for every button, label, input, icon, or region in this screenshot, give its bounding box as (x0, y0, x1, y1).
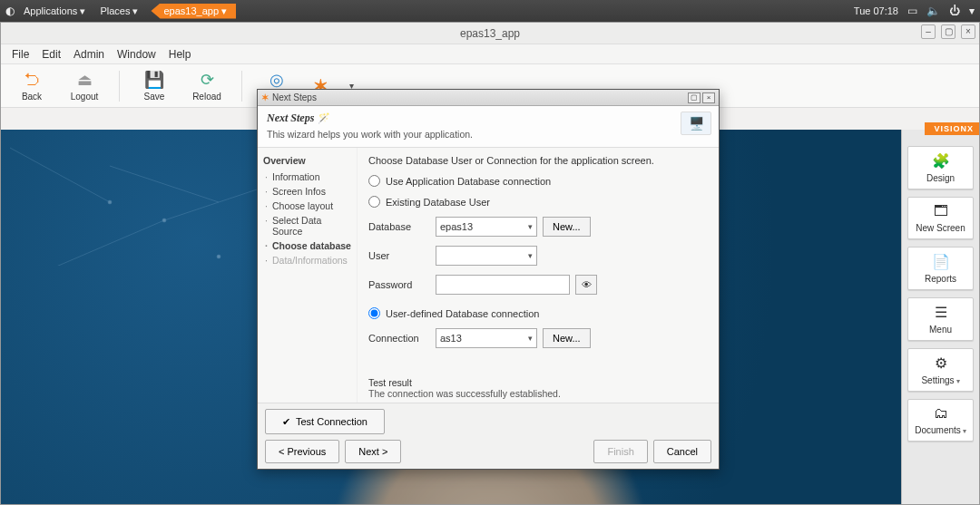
user-combo[interactable]: ▾ (436, 246, 537, 266)
toolbar-save-label: Save (144, 92, 165, 102)
side-panel: VISIONX 🧩 Design 🗔 New Screen 📄 Reports … (901, 130, 979, 504)
test-result-message: The connection was successfully establis… (368, 388, 708, 399)
app-menubar: File Edit Admin Window Help (1, 44, 979, 64)
menu-window[interactable]: Window (112, 46, 162, 63)
wizard-step-information[interactable]: Information (267, 170, 351, 184)
user-menu-caret[interactable]: ▾ (969, 5, 975, 17)
os-top-bar: ◐ Applications ▾ Places ▾ epas13_app ▾ T… (0, 0, 980, 22)
side-newscreen-label: New Screen (916, 223, 965, 233)
test-result-label: Test result (368, 377, 708, 388)
toolbar-back-button[interactable]: ⮌ Back (14, 71, 50, 102)
menu-admin[interactable]: Admin (68, 46, 110, 63)
menu-edit[interactable]: Edit (36, 46, 66, 63)
menu-help[interactable]: Help (163, 46, 197, 63)
os-clock: Tue 07:18 (854, 5, 898, 16)
wizard-step-select-ds[interactable]: Select Data Source (267, 213, 351, 238)
taskbar-app-tab[interactable]: epas13_app ▾ (151, 4, 236, 19)
radio-use-app-db-label: Use Application Database connection (386, 176, 551, 187)
side-design-button[interactable]: 🧩 Design (907, 146, 974, 189)
label-user: User (368, 250, 430, 261)
new-database-button[interactable]: New... (543, 217, 591, 237)
radio-existing-user[interactable] (368, 196, 380, 208)
wizard-close-button[interactable]: × (702, 92, 715, 103)
side-menu-button[interactable]: ☰ Menu (907, 297, 974, 341)
settings-icon: ⚙ (935, 354, 947, 372)
preview-icon: ◎ (270, 70, 284, 90)
network-graphic (1, 130, 273, 266)
svg-point-11 (162, 219, 166, 222)
design-icon: 🧩 (932, 152, 950, 170)
next-button[interactable]: Next > (345, 440, 401, 463)
wizard-content: Choose Database User or Connection for t… (358, 148, 719, 403)
wizard-step-choose-db[interactable]: Choose database (267, 238, 351, 253)
side-documents-label: Documents (915, 425, 961, 435)
radio-userdef-connection[interactable] (368, 307, 380, 319)
documents-icon: 🗂 (934, 405, 948, 422)
power-icon[interactable]: ⏻ (949, 5, 960, 17)
os-menu-places[interactable]: Places ▾ (94, 4, 143, 19)
toolbar-separator (241, 71, 242, 102)
new-connection-button[interactable]: New... (543, 328, 591, 348)
window-minimize-button[interactable]: – (921, 24, 936, 39)
wizard-nav-heading: Overview (263, 155, 351, 166)
reveal-password-button[interactable]: 👁 (575, 275, 597, 295)
radio-use-app-db[interactable] (368, 175, 380, 187)
os-menu-applications[interactable]: Applications ▾ (18, 4, 91, 19)
volume-icon[interactable]: 🔈 (926, 5, 940, 17)
toolbar-reload-button[interactable]: ⟳ Reload (189, 70, 225, 102)
wizard-step-choose-layout[interactable]: Choose layout (267, 199, 351, 213)
side-documents-button[interactable]: 🗂 Documents▾ (907, 399, 974, 442)
wizard-dialog: ✶ Next Steps ▢ × Next Steps🪄 This wizard… (257, 89, 720, 470)
wizard-maximize-button[interactable]: ▢ (688, 92, 701, 103)
side-settings-button[interactable]: ⚙ Settings▾ (907, 348, 974, 392)
screen-icon[interactable]: ▭ (907, 5, 917, 17)
wizard-window-title: Next Steps (272, 92, 317, 102)
wizard-step-data-info: Data/Informations (267, 253, 351, 267)
wizard-header-icon: 🖥️ (681, 112, 711, 135)
wizard-window-icon: ✶ (261, 92, 269, 102)
window-maximize-button[interactable]: ▢ (941, 24, 956, 39)
test-connection-label: Test Connection (296, 416, 368, 427)
wizard-titlebar[interactable]: ✶ Next Steps ▢ × (258, 90, 719, 106)
side-reports-button[interactable]: 📄 Reports (907, 247, 974, 290)
chevron-down-icon: ▾ (528, 334, 533, 343)
save-icon: 💾 (144, 70, 164, 90)
wizard-subtitle: This wizard helps you work with your app… (267, 129, 710, 140)
window-close-button[interactable]: × (961, 24, 975, 39)
side-newscreen-button[interactable]: 🗔 New Screen (907, 197, 974, 239)
wizard-instruction: Choose Database User or Connection for t… (368, 155, 708, 166)
check-icon: ✔ (282, 416, 290, 428)
side-reports-label: Reports (925, 274, 956, 284)
menu-file[interactable]: File (6, 46, 34, 63)
password-input[interactable] (436, 275, 570, 295)
svg-line-1 (110, 166, 219, 202)
database-combo[interactable]: epas13 ▾ (436, 217, 537, 237)
test-connection-button[interactable]: ✔ Test Connection (265, 409, 385, 434)
wizard-step-screen-infos[interactable]: Screen Infos (267, 184, 351, 199)
app-title: epas13_app (460, 27, 520, 40)
wizard-heading: Next Steps (267, 112, 314, 125)
test-result-block: Test result The connection was successfu… (368, 377, 708, 399)
finish-button[interactable]: Finish (593, 440, 647, 463)
side-menu-label: Menu (929, 325, 952, 335)
toolbar-logout-label: Logout (71, 92, 99, 102)
svg-line-2 (37, 220, 164, 266)
connection-combo-value: as13 (440, 333, 462, 344)
chevron-down-icon: ▾ (528, 251, 533, 260)
connection-combo[interactable]: as13 ▾ (436, 328, 537, 348)
menu-icon: ☰ (935, 304, 947, 321)
chevron-down-icon: ▾ (963, 427, 966, 435)
label-password: Password (368, 279, 430, 290)
wizard-header: Next Steps🪄 This wizard helps you work w… (258, 106, 719, 148)
toolbar-save-button[interactable]: 💾 Save (136, 70, 172, 102)
toolbar-back-label: Back (22, 92, 42, 102)
toolbar-logout-button[interactable]: ⏏ Logout (66, 70, 103, 102)
wizard-footer: ✔ Test Connection < Previous Next > Fini… (258, 403, 719, 469)
reload-icon: ⟳ (201, 70, 214, 90)
label-database: Database (368, 221, 430, 232)
side-settings-label: Settings (921, 375, 954, 385)
svg-line-0 (10, 148, 110, 202)
reports-icon: 📄 (932, 253, 950, 270)
previous-button[interactable]: < Previous (265, 440, 339, 463)
cancel-button[interactable]: Cancel (653, 440, 711, 463)
